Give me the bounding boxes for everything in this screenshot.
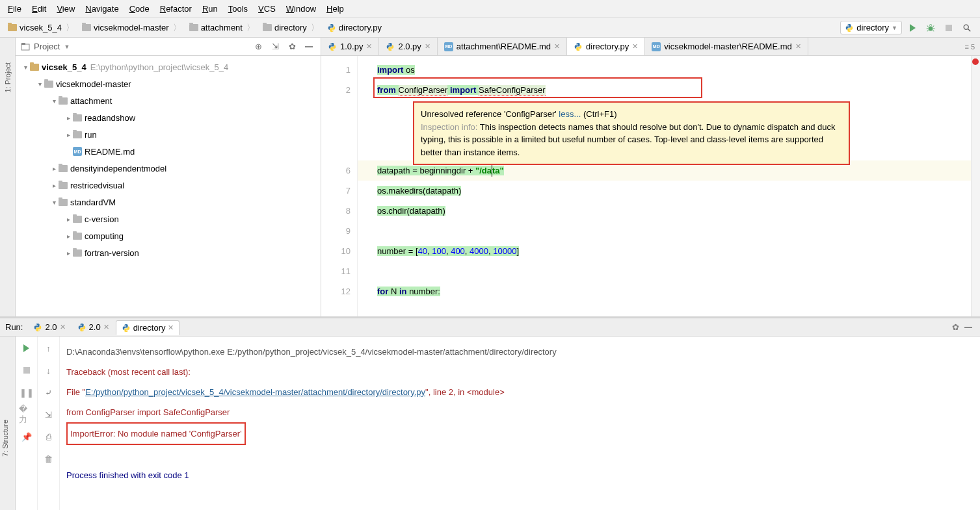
- tree-item[interactable]: ▸fortran-version: [16, 244, 321, 261]
- side-tab-project[interactable]: 1: Project: [3, 57, 13, 97]
- scroll-end-button[interactable]: ⇲: [41, 407, 57, 422]
- tree-item[interactable]: ▾vicsekmodel-master: [16, 75, 321, 92]
- play-icon: [910, 24, 916, 32]
- menu-help[interactable]: Help: [321, 1, 349, 16]
- expand-icon[interactable]: ▸: [64, 233, 73, 240]
- svg-point-20: [127, 331, 127, 331]
- menu-tools[interactable]: Tools: [223, 1, 253, 16]
- expand-icon[interactable]: ▸: [49, 182, 59, 189]
- menu-edit[interactable]: Edit: [27, 1, 51, 16]
- expand-icon[interactable]: ▾: [35, 81, 44, 88]
- exit-button[interactable]: �力: [19, 407, 34, 422]
- close-icon[interactable]: ✕: [103, 323, 109, 331]
- hide-icon[interactable]: [302, 40, 315, 53]
- tree-item[interactable]: ▾attachment: [16, 92, 321, 109]
- tabs-overflow[interactable]: ≡ 5: [959, 43, 980, 51]
- close-icon[interactable]: ✕: [554, 42, 560, 51]
- breadcrumb-file[interactable]: directory.py: [324, 21, 384, 34]
- close-icon[interactable]: ✕: [425, 42, 430, 51]
- error-stripe[interactable]: [971, 56, 980, 316]
- locate-icon[interactable]: ⊕: [252, 40, 265, 53]
- close-icon[interactable]: ✕: [795, 42, 801, 51]
- collapse-icon[interactable]: ⇲: [269, 40, 282, 53]
- menu-refactor[interactable]: Refactor: [155, 1, 197, 16]
- console-file-link[interactable]: E:/python/python_project/vicsek_5_4/vics…: [85, 387, 425, 397]
- close-icon[interactable]: ✕: [366, 42, 372, 51]
- trash-button[interactable]: 🗑: [41, 451, 57, 466]
- editor-tab[interactable]: MDvicsekmodel-master\README.md✕: [645, 38, 808, 55]
- search-button[interactable]: [959, 20, 975, 36]
- menu-view[interactable]: View: [51, 1, 80, 16]
- error-indicator-icon[interactable]: [972, 58, 979, 65]
- code-content[interactable]: import os from ConfigParser import SafeC…: [358, 56, 980, 316]
- rerun-button[interactable]: [19, 340, 34, 356]
- close-icon[interactable]: ✕: [168, 324, 174, 332]
- editor-tab[interactable]: directory.py✕: [567, 38, 645, 55]
- run-hide-icon[interactable]: [962, 321, 975, 334]
- stop-button[interactable]: [941, 20, 957, 36]
- tree-item[interactable]: ▾standardVM: [16, 194, 321, 210]
- run-config-combo[interactable]: directory ▼: [840, 21, 902, 34]
- soft-wrap-button[interactable]: ⤶: [41, 385, 57, 400]
- tab-label: directory.py: [586, 42, 629, 51]
- down-button[interactable]: ↓: [41, 363, 57, 378]
- editor-tab[interactable]: 2.0.py✕: [379, 38, 437, 55]
- pin-button[interactable]: 📌: [19, 429, 34, 444]
- breadcrumb-item[interactable]: attachment〉: [187, 21, 259, 35]
- stop-run-button[interactable]: [19, 363, 34, 378]
- tree-item[interactable]: ▸run: [16, 126, 321, 143]
- tree-label: attachment: [70, 96, 112, 106]
- run-tab[interactable]: 2.0 ✕: [28, 320, 70, 334]
- expand-icon[interactable]: ▸: [64, 216, 73, 223]
- tree-label: readandshow: [85, 113, 135, 123]
- console-output[interactable]: D:\Anaconda3\envs\tensorflow\python.exe …: [60, 337, 980, 510]
- menu-vcs[interactable]: VCS: [253, 1, 281, 16]
- menu-file[interactable]: File: [3, 1, 27, 16]
- up-button[interactable]: ↑: [41, 340, 57, 356]
- svg-point-1: [332, 31, 333, 31]
- tree-item[interactable]: ▸restricedvisual: [16, 177, 321, 194]
- menu-run[interactable]: Run: [197, 1, 223, 16]
- run-tab[interactable]: 2.0 ✕: [72, 320, 114, 334]
- run-settings-icon[interactable]: ✿: [949, 321, 962, 334]
- project-tree[interactable]: ▾ vicsek_5_4 E:\python\python_project\vi…: [16, 56, 321, 316]
- editor-tab[interactable]: 1.0.py✕: [321, 38, 379, 55]
- tab-label: 1.0.py: [340, 42, 363, 51]
- print-button[interactable]: ⎙: [41, 429, 57, 444]
- debug-button[interactable]: [923, 20, 938, 36]
- expand-icon[interactable]: ▸: [64, 131, 73, 138]
- close-icon[interactable]: ✕: [632, 42, 638, 51]
- close-icon[interactable]: ✕: [60, 323, 66, 331]
- expand-icon[interactable]: ▾: [49, 199, 59, 206]
- code-editor[interactable]: 12 6789101112 import os from ConfigParse…: [321, 56, 980, 316]
- run-tool-window: Run: 2.0 ✕2.0 ✕directory ✕ ✿ 7: Structur…: [0, 316, 980, 510]
- breadcrumb-item[interactable]: vicsek_5_4〉: [5, 21, 78, 35]
- run-button[interactable]: [905, 20, 920, 36]
- expand-icon[interactable]: ▾: [49, 97, 59, 105]
- side-tab-structure[interactable]: 7: Structure: [0, 414, 10, 462]
- folder-icon: [73, 131, 82, 138]
- run-tab[interactable]: directory ✕: [116, 320, 180, 335]
- tree-item[interactable]: ▸c-version: [16, 210, 321, 227]
- editor-tab[interactable]: MDattachment\README.md✕: [438, 38, 567, 55]
- expand-icon[interactable]: ▾: [21, 64, 30, 71]
- tree-item[interactable]: ▸densityindependentmodel: [16, 160, 321, 177]
- settings-icon[interactable]: ✿: [285, 40, 298, 53]
- tree-root-path: E:\python\python_project\vicsek_5_4: [90, 62, 228, 72]
- tree-item[interactable]: ▸readandshow: [16, 109, 321, 126]
- tooltip-less-link[interactable]: less...: [559, 109, 581, 119]
- expand-icon[interactable]: ▸: [49, 165, 59, 172]
- run-tab-label: 2.0: [89, 322, 101, 332]
- breadcrumb-item[interactable]: directory〉: [260, 21, 323, 35]
- expand-icon[interactable]: ▸: [64, 249, 73, 257]
- tree-item[interactable]: ▸computing: [16, 227, 321, 244]
- menu-code[interactable]: Code: [124, 1, 155, 16]
- pause-button[interactable]: ❚❚: [19, 385, 34, 400]
- breadcrumb-item[interactable]: vicsekmodel-master〉: [79, 21, 185, 35]
- tree-item[interactable]: MDREADME.md: [16, 143, 321, 160]
- tree-root[interactable]: ▾ vicsek_5_4 E:\python\python_project\vi…: [16, 58, 321, 75]
- code-kw: import: [377, 65, 403, 75]
- expand-icon[interactable]: ▸: [64, 114, 73, 121]
- menu-window[interactable]: Window: [281, 1, 321, 16]
- menu-navigate[interactable]: Navigate: [80, 1, 124, 16]
